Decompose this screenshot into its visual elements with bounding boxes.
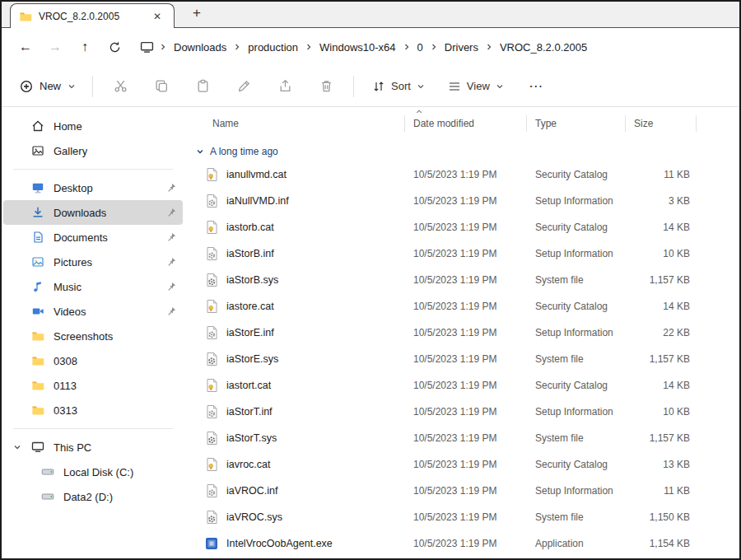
breadcrumb-item-0[interactable]: 0 bbox=[412, 38, 429, 57]
sidebar-item-label: Videos bbox=[54, 306, 86, 318]
file-row[interactable]: iaVROC.inf10/5/2023 1:19 PMSetup Informa… bbox=[189, 478, 739, 504]
breadcrumb-item-vroc-8-2-0-2005[interactable]: VROC_8.2.0.2005 bbox=[494, 38, 593, 57]
pin-icon bbox=[166, 257, 176, 267]
file-type: Security Catalog bbox=[527, 301, 626, 312]
file-cat-icon bbox=[204, 167, 219, 182]
sidebar-item-0308[interactable]: 0308 bbox=[3, 348, 183, 373]
file-name-cell: iaNullVMD.inf bbox=[189, 194, 405, 208]
file-type: Setup Information bbox=[527, 327, 626, 338]
rename-button[interactable] bbox=[230, 73, 258, 100]
sidebar-item-label: 0313 bbox=[54, 404, 77, 417]
file-size: 3 KB bbox=[626, 195, 697, 207]
sidebar-item-label: 0113 bbox=[54, 380, 77, 392]
delete-button[interactable] bbox=[312, 73, 340, 100]
file-name: iavroc.cat bbox=[226, 459, 271, 470]
file-sys-icon bbox=[204, 510, 219, 525]
back-button[interactable]: ← bbox=[12, 34, 40, 60]
file-type: System file bbox=[527, 432, 626, 444]
forward-button[interactable]: → bbox=[41, 34, 69, 60]
sidebar-item-0313[interactable]: 0313 bbox=[3, 398, 183, 422]
file-row[interactable]: iaStorT.sys10/5/2023 1:19 PMSystem file1… bbox=[189, 425, 739, 451]
new-button[interactable]: New bbox=[16, 75, 79, 98]
toolbar-divider bbox=[92, 76, 93, 97]
sidebar-item-screenshots[interactable]: Screenshots bbox=[3, 324, 183, 348]
tab-close-icon[interactable]: ✕ bbox=[149, 9, 165, 24]
file-size: 10 KB bbox=[626, 406, 697, 418]
column-header-size[interactable]: Size bbox=[626, 115, 697, 132]
new-tab-button[interactable]: + bbox=[188, 5, 206, 24]
file-name: iastort.cat bbox=[226, 380, 271, 391]
breadcrumb-chevron-icon bbox=[304, 43, 314, 51]
file-row[interactable]: IntelVrocOobAgent.exe10/5/2023 1:19 PMAp… bbox=[189, 530, 739, 557]
pc-icon bbox=[31, 441, 44, 454]
file-row[interactable]: iastorb.cat10/5/2023 1:19 PMSecurity Cat… bbox=[189, 214, 739, 240]
file-row[interactable]: iavroc.cat10/5/2023 1:19 PMSecurity Cata… bbox=[189, 451, 739, 478]
file-name-cell: iastorb.cat bbox=[189, 220, 405, 235]
breadcrumb-item-windows10-x64[interactable]: Windows10-x64 bbox=[314, 38, 402, 57]
file-row[interactable]: ianullvmd.cat10/5/2023 1:19 PMSecurity C… bbox=[189, 161, 739, 188]
file-row[interactable]: iaStorE.sys10/5/2023 1:19 PMSystem file1… bbox=[189, 346, 739, 372]
sidebar-item-home[interactable]: Home bbox=[3, 114, 183, 138]
view-button[interactable]: View bbox=[443, 75, 509, 98]
file-row[interactable]: iaStorE.inf10/5/2023 1:19 PMSetup Inform… bbox=[189, 320, 739, 346]
sidebar-item-local-disk-c[interactable]: Local Disk (C:) bbox=[3, 460, 183, 484]
file-name: iaStorT.inf bbox=[226, 406, 273, 418]
file-date-modified: 10/5/2023 1:19 PM bbox=[405, 169, 527, 180]
chevron-down-icon[interactable] bbox=[13, 443, 21, 451]
sort-icon bbox=[372, 80, 385, 93]
file-row[interactable]: iaVROC.sys10/5/2023 1:19 PMSystem file1,… bbox=[189, 504, 739, 530]
file-row[interactable]: iaStorT.inf10/5/2023 1:19 PMSetup Inform… bbox=[189, 399, 739, 425]
sidebar-item-this-pc[interactable]: This PC bbox=[3, 435, 183, 460]
chevron-down-icon bbox=[496, 82, 504, 91]
sidebar-item-music[interactable]: Music bbox=[3, 274, 183, 299]
file-date-modified: 10/5/2023 1:19 PM bbox=[405, 511, 527, 523]
group-header[interactable]: A long time ago bbox=[189, 138, 739, 161]
file-date-modified: 10/5/2023 1:19 PM bbox=[405, 485, 527, 497]
file-name: iaStorE.sys bbox=[226, 353, 278, 365]
column-header-type[interactable]: Type bbox=[527, 115, 626, 132]
copy-button[interactable] bbox=[147, 73, 175, 100]
file-name-cell: iaStorE.inf bbox=[189, 325, 405, 340]
gallery-icon bbox=[31, 144, 44, 157]
column-header-row: Name Date modified Type Size bbox=[189, 109, 739, 138]
sort-ascending-icon bbox=[415, 108, 423, 115]
navigation-sidebar: HomeGalleryDesktopDownloadsDocumentsPict… bbox=[2, 107, 188, 558]
tab-title: VROC_8.2.0.2005 bbox=[39, 11, 119, 22]
more-options-button[interactable]: … bbox=[522, 74, 552, 98]
breadcrumb-item-downloads[interactable]: Downloads bbox=[168, 38, 232, 57]
sidebar-item-documents[interactable]: Documents bbox=[3, 225, 183, 250]
sidebar-item-gallery[interactable]: Gallery bbox=[3, 138, 183, 163]
share-button[interactable] bbox=[271, 73, 299, 100]
breadcrumb-item-drivers[interactable]: Drivers bbox=[439, 38, 484, 57]
address-bar[interactable]: DownloadsproductionWindows10-x640Drivers… bbox=[138, 38, 729, 57]
pin-icon bbox=[166, 232, 176, 242]
file-row[interactable]: iaStorB.inf10/5/2023 1:19 PMSetup Inform… bbox=[189, 240, 739, 267]
file-row[interactable]: iaNullVMD.inf10/5/2023 1:19 PMSetup Info… bbox=[189, 188, 739, 214]
sidebar-item-0113[interactable]: 0113 bbox=[3, 373, 183, 398]
file-row[interactable]: iaStorB.sys10/5/2023 1:19 PMSystem file1… bbox=[189, 267, 739, 293]
file-list-pane: Name Date modified Type Size A long time… bbox=[188, 107, 739, 558]
sidebar-item-desktop[interactable]: Desktop bbox=[3, 175, 183, 200]
sidebar-item-downloads[interactable]: Downloads bbox=[3, 200, 183, 225]
cut-button[interactable] bbox=[106, 73, 134, 100]
sidebar-item-data2-d[interactable]: Data2 (D:) bbox=[3, 484, 183, 509]
documents-icon bbox=[31, 231, 44, 244]
file-row[interactable]: iastore.cat10/5/2023 1:19 PMSecurity Cat… bbox=[189, 293, 739, 320]
breadcrumb-item-production[interactable]: production bbox=[242, 38, 304, 57]
sidebar-item-videos[interactable]: Videos bbox=[3, 299, 183, 324]
sidebar-item-pictures[interactable]: Pictures bbox=[3, 250, 183, 274]
up-button[interactable]: ↑ bbox=[71, 34, 99, 60]
column-header-date-modified[interactable]: Date modified bbox=[405, 115, 527, 132]
refresh-button[interactable] bbox=[100, 34, 128, 60]
sort-button[interactable]: Sort bbox=[367, 75, 430, 98]
paste-button[interactable] bbox=[189, 73, 217, 100]
file-date-modified: 10/5/2023 1:19 PM bbox=[405, 459, 527, 470]
column-header-name[interactable]: Name bbox=[189, 115, 405, 132]
chevron-down-icon bbox=[68, 82, 76, 91]
file-name-cell: iastort.cat bbox=[189, 378, 405, 393]
pin-icon bbox=[166, 183, 176, 193]
file-row[interactable]: iastort.cat10/5/2023 1:19 PMSecurity Cat… bbox=[189, 372, 739, 399]
tab-bar: VROC_8.2.0.2005 ✕ + bbox=[2, 2, 739, 28]
sidebar-item-label: Pictures bbox=[54, 256, 92, 268]
explorer-tab[interactable]: VROC_8.2.0.2005 ✕ bbox=[10, 3, 175, 28]
